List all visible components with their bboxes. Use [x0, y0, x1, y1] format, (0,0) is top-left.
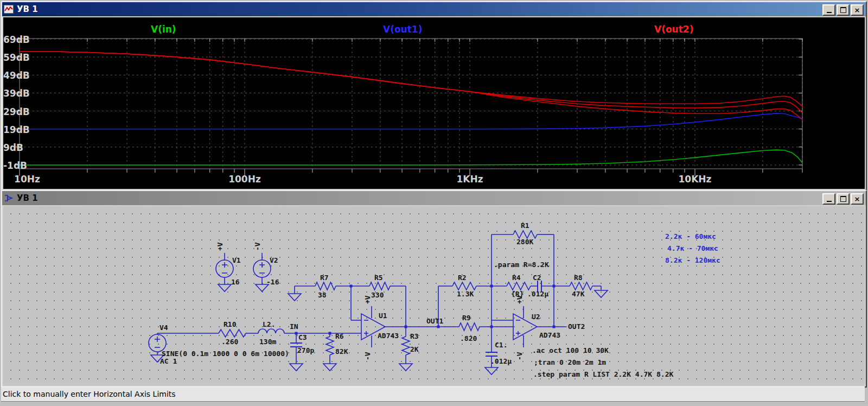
rail-label-nets-vminus[interactable]: -V	[515, 352, 524, 360]
text-components-R3-value[interactable]: 2K	[410, 345, 419, 353]
text-components-R1-value[interactable]: 280K	[516, 238, 533, 246]
text-components-R3-name[interactable]: R3	[410, 332, 419, 340]
text-components-V1-value[interactable]: 16	[231, 278, 240, 286]
y-tick-59db: 59dB	[3, 52, 17, 63]
text-components-R10-value[interactable]: .260	[221, 338, 238, 346]
resistor-R4[interactable]	[507, 282, 531, 290]
ground-symbol[interactable]	[323, 364, 336, 371]
text-components-R8-value[interactable]: 47K	[572, 290, 585, 298]
text-components-R6-name[interactable]: R6	[335, 332, 344, 340]
text-directives-1[interactable]: ;tran 0 20m 2m 1m	[534, 358, 606, 366]
ground-symbol[interactable]	[290, 364, 303, 371]
text-components-C3-name[interactable]: C3	[298, 333, 307, 341]
schematic-window-titlebar[interactable]: УВ 1 ×	[2, 191, 866, 205]
trace-V(out2)-R=8.2K	[20, 52, 802, 106]
resistor-R7[interactable]	[315, 282, 336, 290]
schematic-window-title: УВ 1	[17, 193, 38, 203]
inductor-L2[interactable]	[258, 329, 284, 333]
text-directives-0[interactable]: .ac oct 100 10 30K	[532, 346, 609, 354]
text-components-U2-value[interactable]: AD743	[539, 331, 560, 339]
text-components-R9-value[interactable]: .820	[460, 334, 477, 342]
maximize-button[interactable]	[837, 4, 850, 16]
trace-V(out1)	[20, 113, 802, 129]
ground-symbol[interactable]	[595, 290, 608, 297]
y-tick-9db: 9dB	[3, 142, 17, 153]
resistor-R1[interactable]	[513, 231, 537, 238]
wire-junction	[490, 285, 493, 288]
rail-label-nets-vminus[interactable]: -V	[253, 242, 261, 251]
minimize-button[interactable]	[822, 193, 835, 205]
text-annotations-2[interactable]: 8.2к - 120мкс	[665, 256, 720, 264]
rail-label-nets-vminus[interactable]: -V	[363, 352, 372, 360]
ground-symbol[interactable]	[485, 367, 498, 375]
text-components-R1-name[interactable]: R1	[521, 221, 529, 230]
text-components-C2-name[interactable]: C2	[533, 274, 541, 282]
text-components-V2-name[interactable]: V2	[270, 256, 278, 264]
text-annotations-0[interactable]: 2.2к - 60мкс	[665, 232, 716, 240]
text-components-R2-name[interactable]: R2	[458, 274, 467, 282]
close-button[interactable]: ×	[851, 4, 864, 16]
rail-label-nets-vplus[interactable]: +V	[515, 295, 524, 304]
text-components-V2-value[interactable]: -16	[266, 278, 279, 286]
text-components-U2-name[interactable]: U2	[532, 313, 540, 321]
text-components-C2-value[interactable]: .012µ	[527, 290, 548, 298]
plot-window-title: УВ 1	[17, 4, 38, 14]
legend-v-in[interactable]: V(in)	[151, 24, 176, 35]
text-components-R8-name[interactable]: R8	[574, 274, 583, 282]
text-directives-2[interactable]: .step param R LIST 2.2K 4.7K 8.2K	[533, 370, 673, 378]
rail-label-nets-vplus[interactable]: +V	[363, 295, 372, 304]
text-components-R6-value[interactable]: 82K	[335, 347, 348, 356]
close-button[interactable]: ×	[851, 193, 864, 205]
text-components-V4-value2[interactable]: AC 1	[160, 357, 177, 365]
text-components-L2-value[interactable]: 130m	[259, 338, 276, 346]
minimize-icon	[827, 12, 832, 13]
text-components-R4-name[interactable]: R4	[512, 274, 521, 282]
text-annotations-1[interactable]: 4.7к - 70мкс	[667, 244, 718, 252]
text-components-C1-name[interactable]: C1.	[495, 341, 507, 349]
text-components-U1-name[interactable]: U1	[379, 312, 387, 320]
text-components-R9-name[interactable]: R9	[462, 314, 471, 322]
legend-v-out2[interactable]: V(out2)	[654, 24, 693, 35]
resistor-R9[interactable]	[459, 323, 480, 331]
text-components-C3-value[interactable]: 270p	[297, 346, 314, 354]
text-components-R7-name[interactable]: R7	[320, 274, 329, 282]
maximize-button[interactable]	[837, 193, 850, 205]
status-bar[interactable]: Click to manually enter Horizontal Axis …	[1, 386, 865, 402]
text-param_text[interactable]: .param R=8.2K	[494, 261, 549, 269]
text-nets-out2[interactable]: OUT2	[568, 322, 585, 331]
text-components-V1-name[interactable]: V1	[232, 256, 241, 264]
schematic-pane[interactable]: V4SINE(0 0.1m 1000 0 0 6m 10000)AC 1R10.…	[3, 206, 865, 385]
resistor-R2[interactable]	[452, 282, 476, 290]
wire-junction	[405, 326, 407, 328]
circuit-schematic[interactable]: V4SINE(0 0.1m 1000 0 0 6m 10000)AC 1R10.…	[3, 206, 865, 385]
resistor-R3[interactable]	[402, 337, 410, 355]
minimize-button[interactable]	[822, 4, 835, 16]
text-components-U1-value[interactable]: AD743	[378, 332, 399, 340]
text-components-R7-value[interactable]: 38	[318, 291, 327, 299]
resistor-R5[interactable]	[369, 282, 390, 290]
text-components-R2-value[interactable]: 1.3K	[457, 290, 474, 298]
ground-symbol[interactable]	[288, 294, 301, 301]
text-components-V4-value[interactable]: SINE(0 0.1m 1000 0 0 6m 10000)	[162, 350, 289, 358]
bode-plot[interactable]	[3, 17, 865, 189]
text-components-R5-value[interactable]: 330	[371, 291, 384, 299]
text-components-V4-name[interactable]: V4	[159, 323, 168, 332]
resistor-R6[interactable]	[326, 337, 334, 355]
text-components-R5-name[interactable]: R5	[374, 274, 383, 282]
waveform-pane[interactable]: V(in) V(out1) V(out2) 69dB 59dB 49dB 39d…	[3, 17, 865, 189]
rail-label-nets-vplus[interactable]: +V	[216, 242, 224, 251]
legend-v-out1[interactable]: V(out1)	[383, 24, 422, 35]
ground-symbol[interactable]	[218, 284, 231, 291]
text-components-L2-name[interactable]: L2.	[263, 320, 275, 328]
trace-V(out2)-R=2.2K	[20, 52, 802, 119]
resistor-R8[interactable]	[570, 282, 592, 290]
status-bar-text: Click to manually enter Horizontal Axis …	[1, 390, 176, 398]
ground-symbol[interactable]	[399, 364, 412, 371]
resistor-R10[interactable]	[219, 329, 246, 337]
wire-junction	[553, 285, 556, 288]
text-components-R10-name[interactable]: R10	[224, 320, 237, 328]
text-nets-out1[interactable]: OUT1	[426, 317, 443, 325]
text-nets-in[interactable]: IN	[290, 322, 298, 331]
plot-window-titlebar[interactable]: УВ 1 ×	[2, 2, 866, 16]
text-components-C1-value[interactable]: .012µ	[490, 357, 512, 365]
